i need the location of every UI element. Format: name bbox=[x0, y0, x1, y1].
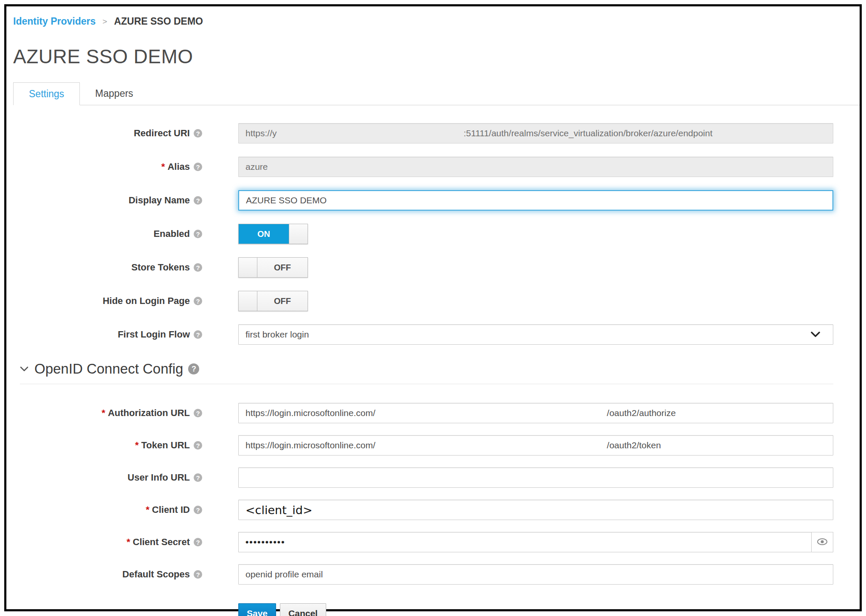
enabled-toggle[interactable]: ON bbox=[238, 224, 308, 244]
first-login-flow-label: First Login Flow ? bbox=[13, 329, 202, 340]
redirect-uri-row: Redirect URI ? https://y :51111/auth/rea… bbox=[13, 123, 833, 143]
hide-on-login-toggle[interactable]: OFF bbox=[238, 291, 308, 311]
client-secret-label: * Client Secret ? bbox=[13, 537, 202, 548]
toggle-handle bbox=[239, 258, 257, 277]
default-scopes-label: Default Scopes ? bbox=[13, 569, 202, 580]
client-id-input[interactable] bbox=[238, 500, 833, 520]
display-name-label: Display Name ? bbox=[13, 195, 202, 206]
help-icon[interactable]: ? bbox=[194, 538, 202, 546]
field-label: Redirect URI bbox=[134, 128, 190, 139]
required-marker: * bbox=[161, 161, 165, 172]
alias-row: * Alias ? bbox=[13, 157, 833, 177]
redirect-uri-prefix: https://y bbox=[245, 128, 277, 138]
help-icon[interactable]: ? bbox=[194, 570, 202, 579]
field-label: Client Secret bbox=[133, 537, 190, 548]
client-id-label: * Client ID ? bbox=[13, 504, 202, 515]
alias-label: * Alias ? bbox=[13, 161, 202, 172]
tab-bar: Settings Mappers bbox=[13, 82, 860, 105]
redirect-uri-label: Redirect URI ? bbox=[13, 128, 202, 139]
field-label: Store Tokens bbox=[131, 262, 190, 273]
token-url-input[interactable]: https://login.microsoftonline.com/ /oaut… bbox=[238, 435, 833, 456]
help-icon[interactable]: ? bbox=[194, 196, 202, 205]
authorization-url-label: * Authorization URL ? bbox=[13, 408, 202, 419]
field-label: Enabled bbox=[153, 228, 190, 239]
authorization-url-input[interactable]: https://login.microsoftonline.com/ /oaut… bbox=[238, 403, 833, 423]
user-info-url-row: User Info URL ? bbox=[13, 467, 833, 488]
app-window: Identity Providers > AZURE SSO DEMO AZUR… bbox=[4, 4, 862, 611]
token-url-prefix: https://login.microsoftonline.com/ bbox=[245, 440, 375, 450]
alias-input bbox=[238, 157, 833, 177]
section-title: OpenID Connect Config bbox=[34, 361, 183, 377]
first-login-flow-row: First Login Flow ? first broker login bbox=[13, 324, 833, 345]
client-id-row: * Client ID ? bbox=[13, 500, 833, 520]
breadcrumb-link-identity-providers[interactable]: Identity Providers bbox=[13, 16, 96, 27]
help-icon[interactable]: ? bbox=[188, 363, 199, 374]
help-icon[interactable]: ? bbox=[194, 409, 202, 417]
cancel-button[interactable]: Cancel bbox=[280, 603, 326, 616]
tab-settings[interactable]: Settings bbox=[13, 82, 80, 105]
store-tokens-label: Store Tokens ? bbox=[13, 262, 202, 273]
hide-on-login-row: Hide on Login Page ? OFF bbox=[13, 291, 833, 311]
enabled-row: Enabled ? ON bbox=[13, 224, 833, 244]
toggle-state-label: OFF bbox=[257, 258, 307, 277]
required-marker: * bbox=[146, 504, 150, 515]
enabled-label: Enabled ? bbox=[13, 228, 202, 239]
required-marker: * bbox=[135, 440, 139, 451]
save-button[interactable]: Save bbox=[238, 603, 276, 616]
store-tokens-toggle[interactable]: OFF bbox=[238, 257, 308, 278]
user-info-url-label: User Info URL ? bbox=[13, 472, 202, 483]
actions-row: Save Cancel bbox=[13, 596, 833, 616]
first-login-flow-select[interactable]: first broker login bbox=[238, 324, 833, 345]
required-marker: * bbox=[102, 408, 105, 419]
token-url-label: * Token URL ? bbox=[13, 440, 202, 451]
display-name-row: Display Name ? bbox=[13, 190, 833, 211]
show-secret-button[interactable] bbox=[811, 532, 833, 552]
display-name-input[interactable] bbox=[238, 190, 833, 211]
field-label: Default Scopes bbox=[122, 569, 190, 580]
required-marker: * bbox=[127, 537, 130, 548]
client-secret-row: * Client Secret ? bbox=[13, 532, 833, 552]
store-tokens-row: Store Tokens ? OFF bbox=[13, 257, 833, 278]
field-label: First Login Flow bbox=[118, 329, 190, 340]
help-icon[interactable]: ? bbox=[194, 129, 202, 138]
section-divider bbox=[20, 384, 833, 384]
user-info-url-input[interactable] bbox=[238, 467, 833, 488]
field-label: Token URL bbox=[141, 440, 190, 451]
field-label: Display Name bbox=[129, 195, 190, 206]
token-url-suffix: /oauth2/token bbox=[607, 440, 661, 450]
selected-option: first broker login bbox=[245, 329, 309, 340]
breadcrumb-current: AZURE SSO DEMO bbox=[114, 16, 203, 27]
authorization-url-prefix: https://login.microsoftonline.com/ bbox=[245, 408, 375, 418]
help-icon[interactable]: ? bbox=[194, 163, 202, 171]
field-label: Hide on Login Page bbox=[103, 295, 190, 307]
toggle-handle bbox=[239, 291, 257, 311]
field-label: Client ID bbox=[152, 504, 190, 515]
client-secret-input[interactable] bbox=[238, 532, 811, 552]
field-label: Authorization URL bbox=[108, 408, 190, 419]
toggle-state-label: OFF bbox=[257, 291, 307, 311]
settings-form: Redirect URI ? https://y :51111/auth/rea… bbox=[13, 123, 833, 345]
help-icon[interactable]: ? bbox=[194, 297, 202, 305]
help-icon[interactable]: ? bbox=[194, 473, 202, 482]
hide-on-login-label: Hide on Login Page ? bbox=[13, 295, 202, 307]
chevron-down-icon bbox=[806, 332, 820, 338]
page-title: AZURE SSO DEMO bbox=[13, 45, 860, 68]
redirect-uri-field: https://y :51111/auth/realms/service_vir… bbox=[238, 123, 833, 143]
help-icon[interactable]: ? bbox=[194, 441, 202, 450]
openid-connect-config-section-header[interactable]: OpenID Connect Config ? bbox=[20, 361, 833, 377]
field-label: Alias bbox=[167, 161, 190, 172]
help-icon[interactable]: ? bbox=[194, 230, 202, 238]
help-icon[interactable]: ? bbox=[194, 263, 202, 272]
help-icon[interactable]: ? bbox=[194, 506, 202, 514]
tab-mappers[interactable]: Mappers bbox=[80, 82, 148, 105]
authorization-url-row: * Authorization URL ? https://login.micr… bbox=[13, 403, 833, 423]
breadcrumb-separator: > bbox=[102, 17, 107, 26]
breadcrumb: Identity Providers > AZURE SSO DEMO bbox=[6, 6, 860, 27]
eye-icon bbox=[817, 538, 828, 547]
authorization-url-suffix: /oauth2/authorize bbox=[607, 408, 676, 418]
openid-connect-config-form: * Authorization URL ? https://login.micr… bbox=[13, 403, 833, 616]
default-scopes-input[interactable] bbox=[238, 564, 833, 585]
toggle-handle bbox=[289, 224, 307, 244]
field-label: User Info URL bbox=[127, 472, 190, 483]
help-icon[interactable]: ? bbox=[194, 330, 202, 339]
